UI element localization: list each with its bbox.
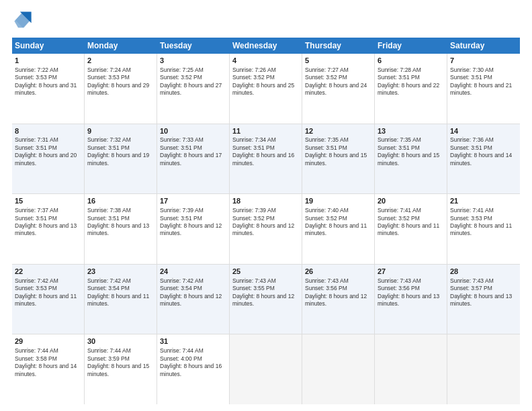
day-number: 3	[160, 56, 226, 66]
sunset-label: Sunset: 3:51 PM	[87, 215, 130, 222]
cal-cell: 18 Sunrise: 7:39 AM Sunset: 3:52 PM Dayl…	[230, 194, 302, 264]
day-number: 9	[87, 126, 154, 136]
day-number: 11	[232, 126, 299, 136]
week-row-4: 22 Sunrise: 7:42 AM Sunset: 3:53 PM Dayl…	[12, 265, 520, 335]
calendar: SundayMondayTuesdayWednesdayThursdayFrid…	[12, 38, 520, 404]
cal-cell	[375, 334, 447, 404]
daylight-label: Daylight: 8 hours and 12 minutes.	[232, 293, 294, 307]
cal-cell: 13 Sunrise: 7:35 AM Sunset: 3:51 PM Dayl…	[375, 124, 447, 194]
sunrise-label: Sunrise: 7:44 AM	[15, 347, 58, 354]
sunrise-label: Sunrise: 7:35 AM	[378, 136, 421, 143]
cal-cell: 15 Sunrise: 7:37 AM Sunset: 3:51 PM Dayl…	[12, 194, 85, 264]
sunrise-label: Sunrise: 7:30 AM	[450, 66, 494, 73]
cal-cell: 8 Sunrise: 7:31 AM Sunset: 3:51 PM Dayli…	[12, 124, 85, 194]
sunrise-label: Sunrise: 7:43 AM	[450, 277, 494, 284]
daylight-label: Daylight: 8 hours and 13 minutes.	[87, 222, 149, 236]
day-number: 27	[378, 267, 444, 277]
daylight-label: Daylight: 8 hours and 11 minutes.	[87, 293, 149, 307]
cal-cell: 12 Sunrise: 7:35 AM Sunset: 3:51 PM Dayl…	[302, 124, 375, 194]
sunset-label: Sunset: 3:51 PM	[232, 144, 275, 151]
week-row-5: 29 Sunrise: 7:44 AM Sunset: 3:58 PM Dayl…	[12, 334, 520, 404]
header-day-friday: Friday	[375, 38, 447, 54]
calendar-header: SundayMondayTuesdayWednesdayThursdayFrid…	[12, 38, 520, 54]
cal-cell: 23 Sunrise: 7:42 AM Sunset: 3:54 PM Dayl…	[85, 265, 157, 334]
sunrise-label: Sunrise: 7:32 AM	[87, 136, 131, 143]
header-day-sunday: Sunday	[12, 38, 85, 54]
daylight-label: Daylight: 8 hours and 22 minutes.	[378, 82, 439, 96]
header-day-thursday: Thursday	[302, 38, 375, 54]
sunset-label: Sunset: 3:53 PM	[15, 285, 57, 291]
daylight-label: Daylight: 8 hours and 15 minutes.	[87, 363, 149, 377]
sunrise-label: Sunrise: 7:31 AM	[15, 136, 58, 143]
day-number: 10	[160, 126, 226, 136]
cal-cell: 1 Sunrise: 7:22 AM Sunset: 3:53 PM Dayli…	[12, 54, 85, 124]
sunset-label: Sunset: 3:51 PM	[378, 144, 420, 151]
cal-cell: 30 Sunrise: 7:44 AM Sunset: 3:59 PM Dayl…	[85, 334, 157, 404]
cal-cell: 20 Sunrise: 7:41 AM Sunset: 3:52 PM Dayl…	[375, 194, 447, 264]
sunset-label: Sunset: 3:59 PM	[87, 355, 130, 362]
header	[12, 11, 520, 32]
sunrise-label: Sunrise: 7:42 AM	[15, 277, 58, 284]
week-row-3: 15 Sunrise: 7:37 AM Sunset: 3:51 PM Dayl…	[12, 194, 520, 265]
cal-cell: 28 Sunrise: 7:43 AM Sunset: 3:57 PM Dayl…	[447, 265, 520, 334]
cal-cell: 27 Sunrise: 7:43 AM Sunset: 3:56 PM Dayl…	[375, 265, 447, 334]
sunrise-label: Sunrise: 7:44 AM	[160, 347, 204, 354]
sunset-label: Sunset: 3:57 PM	[450, 285, 492, 291]
day-number: 4	[232, 56, 299, 66]
day-number: 15	[15, 196, 81, 206]
day-number: 28	[450, 267, 517, 277]
daylight-label: Daylight: 8 hours and 15 minutes.	[305, 152, 367, 166]
day-number: 29	[15, 336, 81, 347]
day-number: 1	[15, 56, 81, 66]
daylight-label: Daylight: 8 hours and 31 minutes.	[15, 82, 77, 96]
daylight-label: Daylight: 8 hours and 12 minutes.	[232, 222, 294, 236]
header-day-monday: Monday	[85, 38, 157, 54]
sunset-label: Sunset: 3:58 PM	[15, 355, 57, 362]
daylight-label: Daylight: 8 hours and 11 minutes.	[378, 222, 439, 236]
sunrise-label: Sunrise: 7:41 AM	[450, 207, 494, 214]
cal-cell: 21 Sunrise: 7:41 AM Sunset: 3:53 PM Dayl…	[447, 194, 520, 264]
sunset-label: Sunset: 3:51 PM	[305, 144, 347, 151]
cal-cell	[302, 334, 375, 404]
sunrise-label: Sunrise: 7:35 AM	[305, 136, 349, 143]
daylight-label: Daylight: 8 hours and 12 minutes.	[160, 222, 222, 236]
page: SundayMondayTuesdayWednesdayThursdayFrid…	[0, 0, 532, 411]
cal-cell: 14 Sunrise: 7:36 AM Sunset: 3:51 PM Dayl…	[447, 124, 520, 194]
day-number: 22	[15, 267, 81, 277]
sunrise-label: Sunrise: 7:43 AM	[305, 277, 349, 284]
cal-cell: 22 Sunrise: 7:42 AM Sunset: 3:53 PM Dayl…	[12, 265, 85, 334]
sunrise-label: Sunrise: 7:40 AM	[305, 207, 349, 214]
day-number: 31	[160, 336, 226, 347]
sunset-label: Sunset: 3:51 PM	[15, 215, 57, 222]
cal-cell: 16 Sunrise: 7:38 AM Sunset: 3:51 PM Dayl…	[85, 194, 157, 264]
sunrise-label: Sunrise: 7:27 AM	[305, 66, 349, 73]
daylight-label: Daylight: 8 hours and 11 minutes.	[450, 222, 512, 236]
sunrise-label: Sunrise: 7:44 AM	[87, 347, 131, 354]
sunset-label: Sunset: 3:53 PM	[87, 74, 130, 81]
cal-cell: 25 Sunrise: 7:43 AM Sunset: 3:55 PM Dayl…	[230, 265, 302, 334]
sunset-label: Sunset: 3:51 PM	[160, 215, 202, 222]
sunrise-label: Sunrise: 7:42 AM	[160, 277, 204, 284]
logo	[12, 11, 32, 32]
daylight-label: Daylight: 8 hours and 29 minutes.	[87, 82, 149, 96]
daylight-label: Daylight: 8 hours and 16 minutes.	[160, 363, 222, 377]
sunset-label: Sunset: 3:52 PM	[305, 215, 347, 222]
sunset-label: Sunset: 3:56 PM	[378, 285, 420, 291]
sunset-label: Sunset: 3:52 PM	[305, 74, 347, 81]
daylight-label: Daylight: 8 hours and 17 minutes.	[160, 152, 222, 166]
sunrise-label: Sunrise: 7:38 AM	[87, 207, 131, 214]
sunrise-label: Sunrise: 7:34 AM	[232, 136, 276, 143]
sunrise-label: Sunrise: 7:42 AM	[87, 277, 131, 284]
week-row-1: 1 Sunrise: 7:22 AM Sunset: 3:53 PM Dayli…	[12, 54, 520, 124]
day-number: 26	[305, 267, 371, 277]
sunset-label: Sunset: 3:56 PM	[305, 285, 347, 291]
cal-cell: 26 Sunrise: 7:43 AM Sunset: 3:56 PM Dayl…	[302, 265, 375, 334]
sunset-label: Sunset: 3:51 PM	[160, 144, 202, 151]
cal-cell	[447, 334, 520, 404]
day-number: 8	[15, 126, 81, 136]
daylight-label: Daylight: 8 hours and 14 minutes.	[450, 152, 512, 166]
cal-cell: 6 Sunrise: 7:28 AM Sunset: 3:51 PM Dayli…	[375, 54, 447, 124]
sunset-label: Sunset: 3:53 PM	[450, 215, 492, 222]
sunset-label: Sunset: 3:51 PM	[378, 74, 420, 81]
daylight-label: Daylight: 8 hours and 13 minutes.	[15, 222, 77, 236]
